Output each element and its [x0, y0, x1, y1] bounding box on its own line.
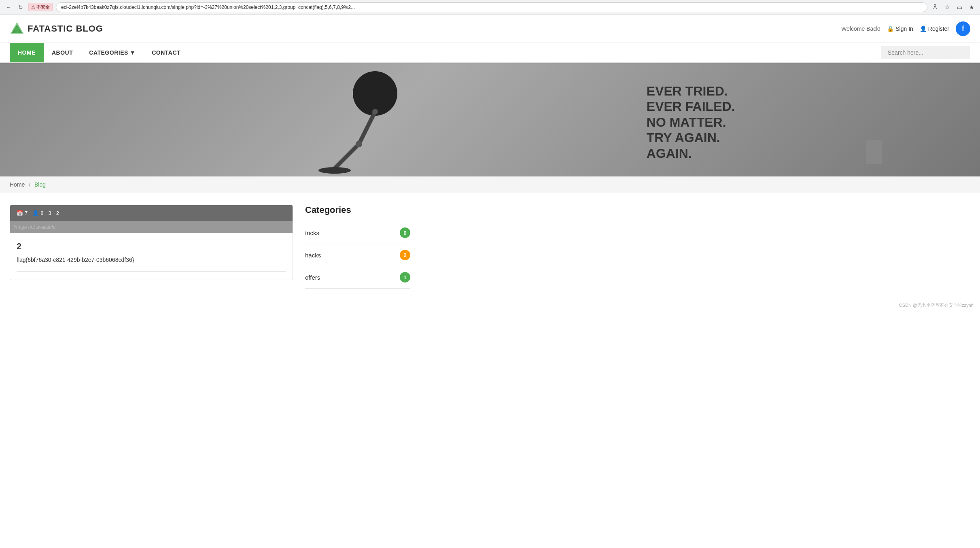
category-tricks[interactable]: tricks 0: [305, 222, 410, 244]
register-button[interactable]: 👤 Register: [920, 25, 949, 32]
sign-in-button[interactable]: 🔒 Sign In: [887, 25, 913, 32]
category-hacks-badge: 2: [400, 250, 410, 260]
category-hacks-label: hacks: [305, 252, 321, 259]
breadcrumb-home[interactable]: Home: [10, 181, 25, 188]
browser-bar: ← ↻ ⚠ 不安全 eci-2zei4b7k43baak0z7qfs.cloud…: [0, 0, 980, 15]
svg-point-8: [372, 109, 378, 115]
post-user-meta: 👤 8: [32, 210, 43, 216]
svg-point-7: [356, 141, 362, 147]
hero-line1: EVER TRIED.: [647, 83, 735, 99]
bookmark-icon[interactable]: ☆: [943, 3, 952, 12]
hero-image: EVER TRIED. EVER FAILED. NO MATTER. TRY …: [0, 63, 980, 176]
logo[interactable]: FATASTIC BLOG: [10, 21, 103, 36]
nav-home[interactable]: HOME: [10, 43, 44, 62]
security-label: 不安全: [36, 4, 50, 10]
user-meta-icon: 👤: [32, 210, 39, 216]
category-tricks-label: tricks: [305, 229, 319, 236]
post-user-value: 8: [40, 210, 43, 216]
site-header: FATASTIC BLOG Welcome Back! 🔒 Sign In 👤 …: [0, 15, 980, 43]
post-comments: 3: [48, 210, 51, 216]
url-bar[interactable]: eci-2zei4b7k43baak0z7qfs.cloudeci1.ichun…: [56, 2, 927, 12]
reader-icon[interactable]: Â: [931, 3, 940, 12]
hero-line4: TRY AGAIN.: [647, 130, 735, 145]
post-image-placeholder: [10, 221, 293, 233]
browser-icons: Â ☆ ▭ ★: [931, 3, 976, 12]
warning-icon: ⚠: [31, 4, 35, 10]
category-offers-badge: 1: [400, 272, 410, 282]
lock-icon: 🔒: [887, 25, 894, 32]
content-area: 📅 7 👤 8 3 2 2 flag{6bf76a30-c821-429b-b2…: [10, 205, 293, 289]
welcome-text: Welcome Back!: [841, 25, 880, 32]
search-input[interactable]: [881, 46, 970, 59]
post-body: 2 flag{6bf76a30-c821-429b-b2e7-03b6068cd…: [10, 233, 293, 280]
svg-rect-2: [15, 27, 19, 33]
dropdown-icon: ▼: [130, 49, 136, 56]
post-card: 📅 7 👤 8 3 2 2 flag{6bf76a30-c821-429b-b2…: [10, 205, 293, 280]
nav-about[interactable]: ABOUT: [44, 43, 81, 62]
sidebar: Categories tricks 0 hacks 2 offers 1: [305, 205, 410, 289]
hero-line3: NO MATTER.: [647, 115, 735, 130]
nav-bar: HOME ABOUT CATEGORIES ▼ CONTACT: [0, 43, 980, 63]
breadcrumb-current: Blog: [34, 181, 46, 188]
hero-text: EVER TRIED. EVER FAILED. NO MATTER. TRY …: [647, 83, 735, 161]
lamp-illustration: [294, 71, 424, 176]
register-label: Register: [928, 25, 949, 32]
profile-icon[interactable]: ★: [967, 3, 976, 12]
csdn-footer: CSDN @无名小卒且不会安全的zzynh: [0, 301, 980, 309]
breadcrumb: Home / Blog: [0, 176, 980, 193]
hero-line2: EVER FAILED.: [647, 99, 735, 114]
category-offers-label: offers: [305, 274, 320, 281]
facebook-button[interactable]: f: [956, 21, 970, 36]
post-date-meta: 📅 7: [17, 210, 28, 216]
tab-icon[interactable]: ▭: [955, 3, 964, 12]
logo-text: FATASTIC BLOG: [28, 23, 103, 34]
post-card-header: 📅 7 👤 8 3 2: [10, 205, 293, 221]
svg-line-5: [335, 144, 359, 168]
post-date-value: 7: [25, 210, 28, 216]
svg-point-6: [318, 167, 351, 174]
reload-button[interactable]: ↻: [16, 3, 25, 12]
main-content: 📅 7 👤 8 3 2 2 flag{6bf76a30-c821-429b-b2…: [0, 193, 980, 301]
post-flag: flag{6bf76a30-c821-429b-b2e7-03b6068cdf3…: [17, 257, 286, 263]
post-title: 2: [17, 241, 286, 252]
sign-in-label: Sign In: [895, 25, 913, 32]
category-tricks-badge: 0: [400, 227, 410, 238]
header-right: Welcome Back! 🔒 Sign In 👤 Register f: [841, 21, 970, 36]
breadcrumb-separator: /: [29, 181, 30, 188]
user-icon: 👤: [920, 25, 927, 32]
nav-categories-label: CATEGORIES: [89, 49, 128, 56]
nav-contact[interactable]: CONTACT: [144, 43, 189, 62]
category-hacks[interactable]: hacks 2: [305, 244, 410, 266]
category-offers[interactable]: offers 1: [305, 266, 410, 289]
post-views: 2: [56, 210, 59, 216]
back-button[interactable]: ←: [4, 3, 13, 12]
logo-icon: [10, 21, 24, 36]
pencil-cup: [866, 140, 882, 164]
hero-line5: AGAIN.: [647, 146, 735, 161]
calendar-icon: 📅: [17, 210, 23, 216]
security-badge: ⚠ 不安全: [28, 3, 53, 11]
nav-categories[interactable]: CATEGORIES ▼: [81, 43, 144, 62]
post-divider: [17, 271, 286, 272]
svg-line-4: [359, 112, 375, 144]
sidebar-title: Categories: [305, 205, 410, 215]
